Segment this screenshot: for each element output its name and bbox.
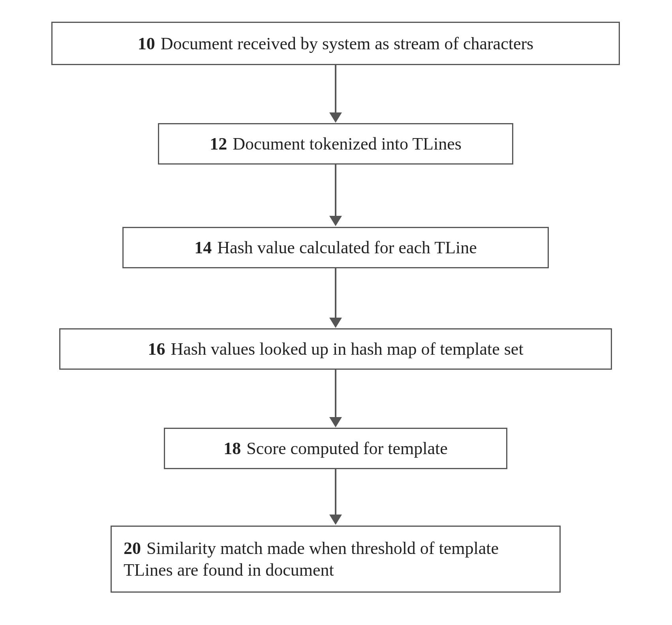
flow-step-text: Similarity match made when threshold of … [124,539,499,580]
flow-step-number: 18 [223,439,241,458]
flow-step-number: 16 [148,339,165,359]
flow-step-20: 20Similarity match made when threshold o… [111,526,561,593]
flowchart-canvas: 10Document received by system as stream … [0,0,672,625]
flow-step-10: 10Document received by system as stream … [51,22,620,65]
flow-arrow [329,469,342,525]
flow-step-number: 10 [138,34,155,53]
flow-arrow [329,165,342,226]
flow-step-16: 16Hash values looked up in hash map of t… [59,328,612,370]
flow-step-label: 12Document tokenized into TLines [210,133,462,155]
flow-step-text: Document received by system as stream of… [161,34,533,53]
flow-step-text: Score computed for template [246,439,447,458]
flow-step-label: 16Hash values looked up in hash map of t… [148,338,523,360]
flow-arrow [329,268,342,328]
flow-step-number: 12 [210,134,227,153]
flow-step-12: 12Document tokenized into TLines [158,123,513,165]
flow-step-18: 18Score computed for template [164,428,507,469]
flow-step-label: 14Hash value calculated for each TLine [194,237,477,258]
flow-step-14: 14Hash value calculated for each TLine [122,227,549,268]
flow-step-number: 14 [194,238,212,257]
flow-step-label: 20Similarity match made when threshold o… [124,537,548,581]
flow-step-text: Hash value calculated for each TLine [217,238,477,257]
flow-step-text: Document tokenized into TLines [233,134,462,153]
flow-step-number: 20 [124,539,141,558]
flow-step-label: 18Score computed for template [223,438,447,459]
flow-arrow [329,65,342,123]
flow-arrow [329,370,342,427]
flow-step-text: Hash values looked up in hash map of tem… [171,339,523,359]
flow-step-label: 10Document received by system as stream … [138,33,533,54]
